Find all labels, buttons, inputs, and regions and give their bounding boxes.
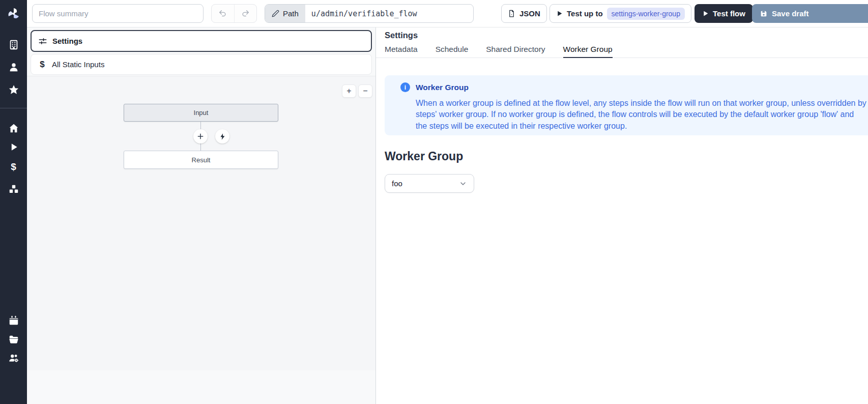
pencil-icon [272, 10, 279, 17]
home-icon[interactable] [0, 123, 27, 134]
test-up-to-label: Test up to [567, 9, 603, 18]
save-draft-button[interactable]: Save draft [752, 4, 868, 23]
worker-group-section-heading: Worker Group [385, 150, 463, 163]
file-json-icon [508, 10, 515, 17]
tab-shared-directory[interactable]: Shared Directory [486, 45, 545, 57]
flow-settings-item[interactable]: Settings [31, 30, 372, 52]
info-box-body: When a worker group is defined at the fl… [416, 98, 868, 132]
favorites-star-icon[interactable] [0, 84, 27, 95]
info-icon: i [400, 82, 410, 92]
workspace-building-icon[interactable] [0, 39, 27, 50]
play-icon [556, 10, 563, 17]
settings-tabs: Metadata Schedule Shared Directory Worke… [376, 45, 868, 58]
info-line: steps' worker group. If no worker group … [416, 109, 868, 120]
flow-graph-canvas[interactable]: + − Input Result [27, 76, 375, 370]
flow-settings-panel: Settings Metadata Schedule Shared Direct… [376, 27, 868, 404]
lightning-bolt-icon [219, 133, 226, 140]
worker-group-info-box: i Worker Group When a worker group is de… [385, 75, 868, 135]
chevron-down-icon [459, 180, 467, 188]
schedules-calendar-icon[interactable] [0, 315, 27, 326]
play-icon [702, 10, 709, 17]
add-trigger-button[interactable] [215, 129, 229, 143]
folders-folder-open-icon[interactable] [0, 334, 27, 345]
windmill-logo-icon[interactable] [0, 0, 27, 27]
flow-settings-label: Settings [52, 37, 82, 45]
all-static-inputs-label: All Static Inputs [52, 60, 104, 69]
sliders-icon [38, 37, 47, 46]
edit-path-button[interactable]: Path [265, 5, 305, 22]
tab-worker-group[interactable]: Worker Group [563, 45, 613, 58]
tab-schedule[interactable]: Schedule [436, 45, 469, 57]
dollar-icon: $ [38, 60, 47, 70]
app-sidebar: $ [0, 0, 27, 404]
zoom-in-button[interactable]: + [342, 84, 356, 98]
info-line: When a worker group is defined at the fl… [416, 98, 868, 109]
test-flow-label: Test flow [713, 9, 745, 18]
user-icon[interactable] [0, 62, 27, 73]
flow-summary-input[interactable] [32, 4, 204, 23]
zoom-out-button[interactable]: − [358, 84, 372, 98]
json-button[interactable]: JSON [501, 4, 547, 23]
tab-metadata[interactable]: Metadata [385, 45, 418, 57]
flow-toolbar: Path u/admin/verifiable_flow JSON Test u… [27, 0, 868, 27]
runs-play-icon[interactable] [0, 142, 27, 152]
add-step-button[interactable] [193, 129, 208, 143]
resources-boxes-icon[interactable] [0, 184, 27, 195]
input-node[interactable]: Input [124, 104, 278, 122]
plus-icon [196, 132, 205, 140]
save-draft-label: Save draft [772, 9, 809, 18]
settings-panel-title: Settings [385, 31, 418, 40]
all-static-inputs-item[interactable]: $ All Static Inputs [31, 54, 372, 75]
info-line: the steps will be executed in their resp… [416, 121, 868, 132]
undo-button[interactable] [212, 5, 234, 22]
path-label: Path [283, 9, 299, 18]
redo-button[interactable] [234, 5, 257, 22]
test-up-to-button[interactable]: Test up to settings-worker-group [549, 4, 691, 23]
path-group: Path u/admin/verifiable_flow [265, 4, 474, 23]
test-up-to-step-badge[interactable]: settings-worker-group [607, 8, 685, 20]
undo-redo-group [211, 4, 257, 23]
flow-structure-panel: Settings $ All Static Inputs + − Input R… [27, 27, 375, 404]
result-node[interactable]: Result [124, 151, 278, 169]
redo-icon [241, 9, 250, 18]
undo-icon [218, 9, 227, 18]
info-box-title: Worker Group [416, 83, 469, 92]
worker-group-select-value: foo [392, 179, 402, 188]
worker-group-select[interactable]: foo [385, 174, 474, 193]
save-icon [760, 10, 768, 18]
path-value[interactable]: u/admin/verifiable_flow [305, 5, 473, 22]
sidebar-divider [0, 108, 27, 108]
variables-dollar-icon[interactable]: $ [0, 161, 27, 172]
panel-divider[interactable] [375, 27, 376, 404]
json-button-label: JSON [519, 9, 540, 18]
test-flow-button[interactable]: Test flow [695, 4, 753, 23]
workers-users-gear-icon[interactable] [0, 353, 27, 364]
